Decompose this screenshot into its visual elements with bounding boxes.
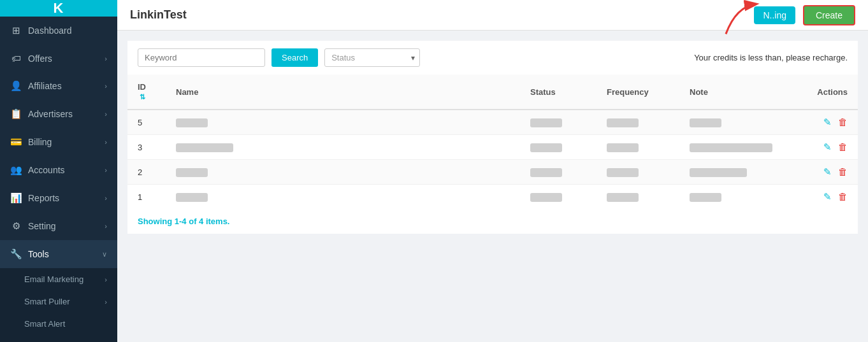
sidebar-item-billing[interactable]: 💳 Billing › <box>0 128 117 156</box>
billing-icon: 💳 <box>10 136 22 148</box>
data-table: ID ⇅ Name Status Frequency Note Actions … <box>127 75 858 209</box>
cell-actions: ✎ 🗑 <box>794 160 858 185</box>
cell-frequency <box>597 110 679 135</box>
sidebar-item-label: Reports <box>28 193 59 203</box>
chevron-down-icon: ∨ <box>102 250 107 259</box>
reports-icon: 📊 <box>10 192 22 204</box>
cell-actions: ✎ 🗑 <box>794 135 858 160</box>
col-header-name: Name <box>166 75 520 110</box>
dashboard-icon: ⊞ <box>10 25 22 36</box>
table-row: 2 ✎ 🗑 <box>127 160 858 185</box>
filter-bar: Search Status Active Inactive Your credi… <box>127 41 858 75</box>
sidebar-item-dashboard[interactable]: ⊞ Dashboard <box>0 17 117 45</box>
showing-text: Showing 1-4 of 4 items. <box>127 209 858 234</box>
chevron-right-icon: › <box>105 55 107 62</box>
chevron-right-icon: › <box>105 194 107 202</box>
delete-icon[interactable]: 🗑 <box>838 141 848 152</box>
cell-note <box>679 135 794 160</box>
cell-note <box>679 160 794 185</box>
cell-name <box>166 160 520 185</box>
create-button[interactable]: Create <box>803 5 855 25</box>
sidebar-item-tools[interactable]: 🔧 Tools ∨ <box>0 240 117 268</box>
chevron-right-icon: › <box>105 138 107 146</box>
submenu-label: Smart Alert <box>24 319 65 329</box>
search-button[interactable]: Search <box>271 48 318 67</box>
cell-status <box>520 160 597 185</box>
cell-note <box>679 110 794 135</box>
cell-frequency <box>597 185 679 210</box>
cell-id: 1 <box>127 185 166 210</box>
something-button[interactable]: N..ing <box>754 6 795 24</box>
setting-icon: ⚙ <box>10 220 22 232</box>
table-header-row: ID ⇅ Name Status Frequency Note Actions <box>127 75 858 110</box>
cell-name <box>166 135 520 160</box>
col-header-frequency: Frequency <box>597 75 679 110</box>
header-right: N..ing Create <box>754 5 855 25</box>
cell-actions: ✎ 🗑 <box>794 185 858 210</box>
chevron-right-icon: › <box>105 298 107 306</box>
submenu-label: Smart Puller <box>24 297 70 306</box>
chevron-right-icon: › <box>105 82 107 90</box>
col-header-status: Status <box>520 75 597 110</box>
status-select-wrapper: Status Active Inactive <box>324 48 420 67</box>
delete-icon[interactable]: 🗑 <box>838 191 848 202</box>
sidebar-item-offers[interactable]: 🏷 Offers › <box>0 45 117 72</box>
cell-note <box>679 185 794 210</box>
edit-icon[interactable]: ✎ <box>823 191 832 203</box>
submenu-label: Email Marketing <box>24 274 83 284</box>
tools-submenu: Email Marketing › Smart Puller › Smart A… <box>0 268 117 342</box>
sidebar-item-reports[interactable]: 📊 Reports › <box>0 184 117 212</box>
cell-id: 3 <box>127 135 166 160</box>
sidebar-item-accounts[interactable]: 👥 Accounts › <box>0 156 117 184</box>
cell-status <box>520 110 597 135</box>
table-row: 5 ✎ 🗑 <box>127 110 858 135</box>
cell-id: 5 <box>127 110 166 135</box>
chevron-right-icon: › <box>105 276 107 283</box>
page-title: LinkinTest <box>130 8 187 22</box>
table-container: Search Status Active Inactive Your credi… <box>127 41 858 234</box>
top-header: LinkinTest N..ing Create <box>117 0 868 31</box>
sidebar-logo: K <box>0 0 117 17</box>
cell-frequency <box>597 160 679 185</box>
sidebar-item-smart-link[interactable]: Smart Link <box>0 335 117 342</box>
edit-icon[interactable]: ✎ <box>823 141 832 153</box>
cell-status <box>520 185 597 210</box>
sidebar-item-label: Tools <box>28 249 49 259</box>
cell-actions: ✎ 🗑 <box>794 110 858 135</box>
col-header-id[interactable]: ID ⇅ <box>127 75 166 110</box>
col-header-note: Note <box>679 75 794 110</box>
sidebar-item-smart-alert[interactable]: Smart Alert <box>0 313 117 335</box>
cell-status <box>520 135 597 160</box>
affiliates-icon: 👤 <box>10 80 22 92</box>
sidebar-item-label: Accounts <box>28 165 65 175</box>
sidebar-item-label: Advertisers <box>28 109 73 119</box>
delete-icon[interactable]: 🗑 <box>838 166 848 177</box>
sidebar-item-setting[interactable]: ⚙ Setting › <box>0 212 117 240</box>
sidebar-item-label: Offers <box>28 53 52 64</box>
col-header-actions: Actions <box>794 75 858 110</box>
advertisers-icon: 📋 <box>10 108 22 120</box>
edit-icon[interactable]: ✎ <box>823 117 832 128</box>
sidebar-item-label: Setting <box>28 221 56 231</box>
edit-icon[interactable]: ✎ <box>823 166 832 178</box>
accounts-icon: 👥 <box>10 164 22 176</box>
cell-frequency <box>597 135 679 160</box>
chevron-right-icon: › <box>105 166 107 174</box>
credits-warning: Your credits is less than, please rechar… <box>694 53 848 62</box>
status-select[interactable]: Status Active Inactive <box>324 48 420 67</box>
sidebar-item-affiliates[interactable]: 👤 Affiliates › <box>0 72 117 100</box>
sidebar-item-smart-puller[interactable]: Smart Puller › <box>0 290 117 313</box>
sidebar-item-advertisers[interactable]: 📋 Advertisers › <box>0 100 117 128</box>
sidebar-item-label: Billing <box>28 137 52 147</box>
chevron-right-icon: › <box>105 110 107 118</box>
sidebar-item-email-marketing[interactable]: Email Marketing › <box>0 268 117 290</box>
offers-icon: 🏷 <box>10 53 22 64</box>
cell-id: 2 <box>127 160 166 185</box>
delete-icon[interactable]: 🗑 <box>838 117 848 127</box>
chevron-right-icon: › <box>105 222 107 230</box>
table-row: 3 ✎ 🗑 <box>127 135 858 160</box>
cell-name <box>166 110 520 135</box>
content-area: Search Status Active Inactive Your credi… <box>117 31 868 342</box>
search-input[interactable] <box>138 48 265 67</box>
sidebar-item-label: Dashboard <box>28 25 72 36</box>
